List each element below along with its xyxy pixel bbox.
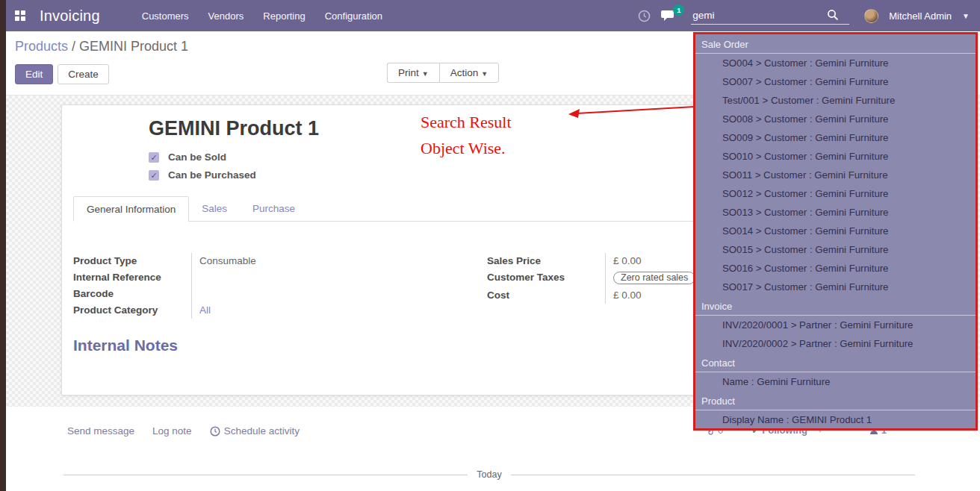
- search-result-item[interactable]: SO009 > Customer : Gemini Furniture: [695, 128, 976, 147]
- tab-purchase[interactable]: Purchase: [240, 196, 308, 222]
- nav-menu-item[interactable]: Vendors: [208, 10, 244, 22]
- search-result-item[interactable]: SO011 > Customer : Gemini Furniture: [695, 166, 976, 184]
- field-label-customer-taxes: Customer Taxes: [487, 269, 605, 287]
- search-result-item[interactable]: SO008 > Customer : Gemini Furniture: [695, 110, 976, 128]
- field-label-internal-reference: Internal Reference: [73, 269, 191, 286]
- search-section-header: Contact: [695, 353, 976, 372]
- search-result-section: Sale Order SO004 > Customer : Gemini Fur…: [695, 34, 976, 296]
- screen: Invoicing CustomersVendorsReportingConfi…: [0, 0, 980, 491]
- log-note-button[interactable]: Log note: [152, 425, 192, 437]
- search-icon[interactable]: [827, 9, 839, 21]
- breadcrumb-separator: /: [68, 39, 79, 54]
- nav-menus: CustomersVendorsReportingConfiguration: [142, 10, 382, 22]
- internal-notes-heading: Internal Notes: [73, 337, 178, 354]
- search-section-header: Product: [695, 391, 976, 410]
- tax-tag[interactable]: Zero rated sales: [613, 272, 695, 284]
- chevron-down-icon: ▼: [481, 70, 488, 78]
- search-result-item[interactable]: Name : Gemini Furniture: [695, 372, 976, 391]
- annotation-text: Search Result Object Wise.: [421, 109, 512, 161]
- search-result-section: Contact Name : Gemini Furniture: [695, 353, 976, 391]
- field-label-barcode: Barcode: [73, 286, 191, 302]
- breadcrumb-current: GEMINI Product 1: [79, 39, 188, 54]
- can-be-purchased-row: ✓ Can be Purchased: [149, 169, 256, 181]
- search-result-item[interactable]: SO012 > Customer : Gemini Furniture: [695, 184, 976, 203]
- activities-clock-icon[interactable]: [638, 10, 651, 22]
- product-title: GEMINI Product 1: [149, 117, 319, 140]
- chevron-down-icon: ▼: [422, 70, 429, 78]
- search-result-item[interactable]: SO015 > Customer : Gemini Furniture: [695, 240, 976, 259]
- print-menu-button[interactable]: Print▼: [387, 63, 439, 83]
- action-menu-button[interactable]: Action▼: [439, 63, 499, 83]
- field-value-product-category[interactable]: All: [191, 302, 387, 319]
- window-edge: [0, 0, 6, 491]
- search-result-item[interactable]: SO016 > Customer : Gemini Furniture: [695, 259, 976, 278]
- search-result-item[interactable]: SO014 > Customer : Gemini Furniture: [695, 222, 976, 240]
- date-divider: Today: [63, 469, 915, 480]
- schedule-activity-button[interactable]: Schedule activity: [210, 425, 300, 437]
- breadcrumb: Products / GEMINI Product 1: [15, 39, 188, 54]
- search-result-item[interactable]: INV/2020/0001 > Partner : Gemini Furnitu…: [695, 316, 976, 334]
- nav-menu-item[interactable]: Configuration: [325, 10, 382, 22]
- search-result-section: Product Display Name : GEMINI Product 1: [695, 391, 976, 429]
- create-button[interactable]: Create: [58, 64, 109, 84]
- field-value-barcode[interactable]: [191, 286, 387, 302]
- field-value-internal-reference[interactable]: [191, 269, 387, 286]
- search-result-section: Invoice INV/2020/0001 > Partner : Gemini…: [695, 296, 976, 353]
- tab-general-information[interactable]: General Information: [73, 196, 189, 222]
- send-message-button[interactable]: Send message: [67, 425, 134, 437]
- field-group-left: Product Type Consumable Internal Referen…: [73, 253, 387, 319]
- top-navbar: Invoicing CustomersVendorsReportingConfi…: [6, 0, 980, 31]
- clock-icon: [210, 426, 220, 437]
- tab-sales[interactable]: Sales: [189, 196, 240, 222]
- search-result-item[interactable]: INV/2020/0002 > Partner : Gemini Furnitu…: [695, 334, 976, 353]
- edit-button[interactable]: Edit: [15, 64, 53, 84]
- messages-icon[interactable]: 1: [661, 10, 676, 22]
- search-result-item[interactable]: Test/001 > Customer : Gemini Furniture: [695, 91, 976, 110]
- breadcrumb-parent[interactable]: Products: [15, 39, 68, 54]
- global-search: [691, 7, 849, 25]
- field-label-product-type: Product Type: [73, 253, 191, 269]
- search-results-panel: Sale Order SO004 > Customer : Gemini Fur…: [693, 32, 978, 431]
- app-name[interactable]: Invoicing: [40, 7, 100, 25]
- checkbox-group: ✓ Can be Sold ✓ Can be Purchased: [149, 151, 256, 181]
- can-be-sold-label: Can be Sold: [168, 151, 226, 163]
- search-result-item[interactable]: SO013 > Customer : Gemini Furniture: [695, 203, 976, 222]
- annotation-arrow: [566, 100, 697, 122]
- messages-badge: 1: [673, 4, 684, 16]
- nav-menu-item[interactable]: Customers: [142, 10, 189, 22]
- search-section-header: Invoice: [695, 296, 976, 316]
- can-be-sold-row: ✓ Can be Sold: [149, 151, 256, 163]
- field-label-cost: Cost: [487, 287, 605, 304]
- navbar-right: 1 Mitchell Admin ▼: [638, 7, 980, 25]
- search-input[interactable]: [692, 10, 827, 21]
- field-value-product-type[interactable]: Consumable: [191, 253, 387, 269]
- apps-grid-icon[interactable]: [15, 10, 26, 22]
- field-label-sales-price: Sales Price: [487, 253, 605, 269]
- user-name[interactable]: Mitchell Admin: [889, 10, 952, 22]
- search-result-item[interactable]: SO004 > Customer : Gemini Furniture: [695, 54, 976, 72]
- action-buttons: Print▼ Action▼: [387, 63, 499, 83]
- search-result-item[interactable]: SO017 > Customer : Gemini Furniture: [695, 278, 976, 296]
- field-label-product-category: Product Category: [73, 302, 191, 319]
- search-result-item[interactable]: SO010 > Customer : Gemini Furniture: [695, 147, 976, 166]
- search-result-item[interactable]: SO007 > Customer : Gemini Furniture: [695, 72, 976, 91]
- nav-menu-item[interactable]: Reporting: [263, 10, 305, 22]
- can-be-purchased-label: Can be Purchased: [168, 169, 256, 181]
- avatar: [864, 9, 878, 23]
- user-menu[interactable]: [864, 9, 878, 23]
- search-section-header: Sale Order: [695, 34, 976, 54]
- chevron-down-icon[interactable]: ▼: [962, 12, 970, 20]
- can-be-purchased-checkbox[interactable]: ✓: [149, 170, 159, 181]
- search-result-item[interactable]: Display Name : GEMINI Product 1: [695, 410, 976, 429]
- can-be-sold-checkbox[interactable]: ✓: [149, 152, 159, 163]
